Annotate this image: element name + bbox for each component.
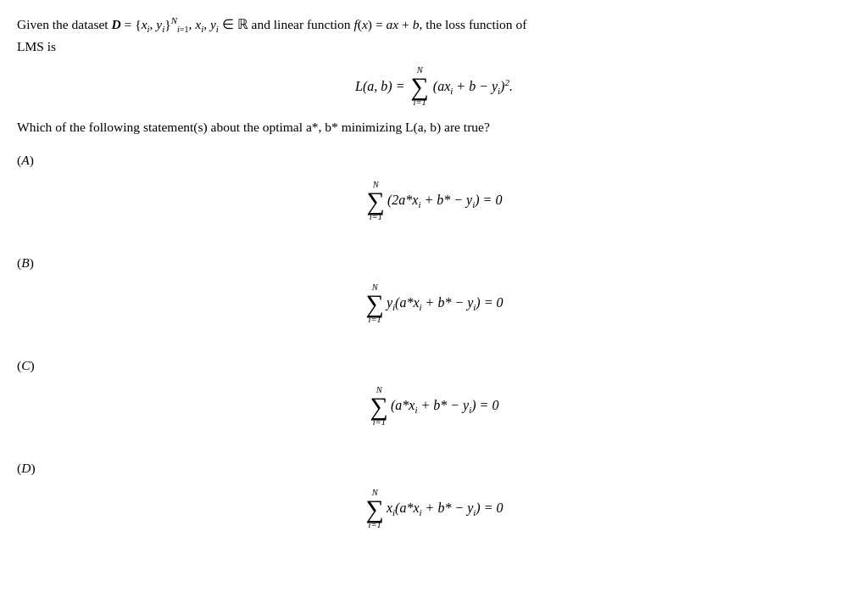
- sum-symbol-c: N ∑ i=1: [370, 385, 388, 427]
- summand-main: (axi + b − yi)2.: [433, 77, 513, 97]
- loss-function-formula: L(a, b) = N ∑ i=1 (axi + b − yi)2.: [17, 65, 851, 107]
- sum-symbol-d: N ∑ i=1: [366, 488, 384, 529]
- lhs-label: L(a, b) =: [355, 79, 404, 94]
- question-text: Which of the following statement(s) abou…: [17, 117, 851, 137]
- intro-paragraph: Given the dataset D = {xi, yi}Ni=1, xi, …: [17, 14, 851, 57]
- option-c-formula: N ∑ i=1 (a*xi + b* − yi) = 0: [17, 385, 851, 427]
- option-b-label: (B): [17, 255, 851, 271]
- option-c-label: (C): [17, 358, 851, 373]
- option-c: (C) N ∑ i=1 (a*xi + b* − yi) = 0: [17, 358, 851, 437]
- summand-a: (2a*xi + b* − yi) = 0: [387, 193, 502, 210]
- option-b-formula: N ∑ i=1 yi(a*xi + b* − yi) = 0: [17, 282, 851, 324]
- option-d-formula: N ∑ i=1 xi(a*xi + b* − yi) = 0: [17, 488, 851, 529]
- option-b: (B) N ∑ i=1 yi(a*xi + b* − yi) = 0: [17, 255, 851, 334]
- option-d-label: (D): [17, 461, 851, 476]
- option-a-formula: N ∑ i=1 (2a*xi + b* − yi) = 0: [17, 180, 851, 221]
- sum-symbol-main: N ∑ i=1: [410, 65, 428, 107]
- question-label: Which of the following statement(s) abou…: [17, 120, 490, 134]
- intro-text-2: LMS is: [17, 39, 56, 53]
- sum-symbol-a: N ∑ i=1: [367, 180, 385, 221]
- sum-symbol-b: N ∑ i=1: [366, 282, 384, 324]
- intro-text-1: Given the dataset D = {xi, yi}Ni=1, xi, …: [17, 17, 526, 31]
- summand-c: (a*xi + b* − yi) = 0: [391, 398, 498, 415]
- bold-D: D: [111, 17, 120, 31]
- summand-b: yi(a*xi + b* − yi) = 0: [387, 295, 504, 312]
- option-a: (A) N ∑ i=1 (2a*xi + b* − yi) = 0: [17, 153, 851, 232]
- option-a-label: (A): [17, 153, 851, 168]
- option-d: (D) N ∑ i=1 xi(a*xi + b* − yi) = 0: [17, 461, 851, 540]
- summand-d: xi(a*xi + b* − yi) = 0: [387, 501, 504, 517]
